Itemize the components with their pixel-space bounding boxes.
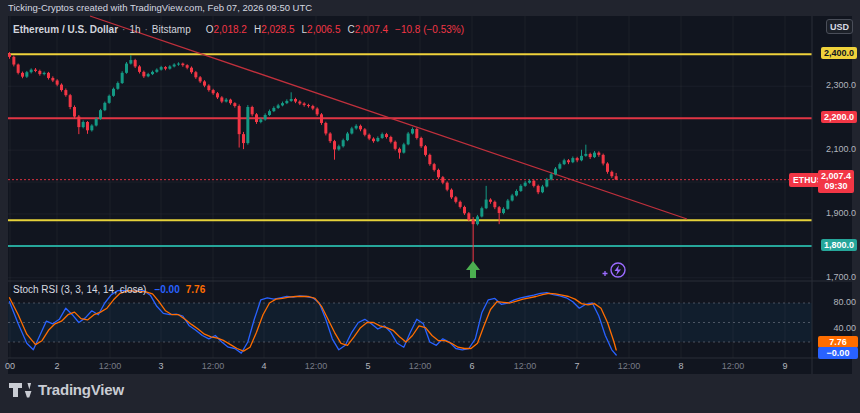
stoch-tick-label: 40.00 xyxy=(833,323,856,333)
candle-body xyxy=(103,103,106,110)
symbol-name[interactable]: Ethereum / U.S. Dollar xyxy=(13,24,118,35)
candle-body xyxy=(454,197,457,201)
candle-body xyxy=(95,119,98,126)
candle-body xyxy=(324,123,327,134)
candle-body xyxy=(47,73,50,78)
candle-body xyxy=(311,106,314,109)
candle-body xyxy=(428,155,431,164)
candle-body xyxy=(155,70,158,72)
candle-body xyxy=(272,108,275,111)
candle-body xyxy=(537,186,540,192)
candle-body xyxy=(277,105,280,108)
candle-body xyxy=(290,99,293,101)
price-level-label: 2,400.0 xyxy=(821,47,857,59)
indicator-title[interactable]: Stoch RSI xyxy=(13,284,58,295)
candle-body xyxy=(242,134,245,143)
candle-body xyxy=(511,195,514,200)
candle-body xyxy=(64,90,67,95)
time-tick-label: 7 xyxy=(557,361,597,371)
symbol-info-bar[interactable]: Ethereum / U.S. Dollar·1h·BitstampO2,018… xyxy=(13,23,464,36)
tradingview-logo[interactable]: TradingView xyxy=(9,381,124,398)
candle-body xyxy=(381,134,384,138)
candle-body xyxy=(298,102,301,104)
time-tick-label: 2 xyxy=(37,361,77,371)
candle-body xyxy=(73,107,76,117)
candle-body xyxy=(580,156,583,160)
candle-body xyxy=(606,164,609,172)
candle-body xyxy=(571,158,574,162)
candle-body xyxy=(60,85,63,90)
tradingview-logo-text: TradingView xyxy=(38,381,124,398)
candle-body xyxy=(212,90,215,93)
ohlc-letter: C xyxy=(347,24,354,35)
exchange-label[interactable]: Bitstamp xyxy=(152,24,191,35)
time-tick-label: 12:00 xyxy=(713,361,753,371)
candle-body xyxy=(545,179,548,186)
candle-body xyxy=(194,72,197,77)
candle-body xyxy=(476,217,479,225)
stoch-rsi-legend[interactable]: Stoch RSI (3, 3, 14, 14, close)−0.007.76 xyxy=(13,284,205,296)
candle-body xyxy=(402,144,405,152)
separator: · xyxy=(122,24,125,35)
candle-body xyxy=(446,183,449,190)
candle-body xyxy=(350,128,353,133)
tradingview-logo-icon xyxy=(9,382,32,398)
candle-body xyxy=(532,181,535,186)
candle-body xyxy=(472,220,475,224)
interval-label[interactable]: 1h xyxy=(129,24,140,35)
candle-body xyxy=(433,164,436,170)
candle-body xyxy=(493,202,496,207)
candle-body xyxy=(181,64,184,66)
candle-body xyxy=(121,73,124,83)
candle-body xyxy=(82,122,85,127)
last-price-value: 2,007.4 xyxy=(818,171,854,181)
ohlc-letter: O xyxy=(206,24,214,35)
time-tick-label: 12:00 xyxy=(400,361,440,371)
candle-body xyxy=(524,183,527,186)
ohlc-value: 2,018.2 xyxy=(214,24,247,35)
candle-body xyxy=(333,141,336,149)
candle-body xyxy=(437,170,440,177)
candle-body xyxy=(116,83,119,89)
candle-body xyxy=(459,202,462,207)
candle-body xyxy=(450,190,453,198)
candle-body xyxy=(584,154,587,156)
separator: · xyxy=(145,24,148,35)
candle-body xyxy=(168,66,171,68)
candle-body xyxy=(134,60,137,66)
candle-body xyxy=(129,60,132,64)
candle-body xyxy=(268,111,271,115)
candle-body xyxy=(177,64,180,65)
price-axis[interactable]: 2,300.02,100.01,900.01,700.02,400.02,200… xyxy=(812,16,860,374)
candle-body xyxy=(558,164,561,168)
candle-body xyxy=(519,186,522,191)
candle-body xyxy=(25,72,28,76)
candle-body xyxy=(190,68,193,72)
candle-body xyxy=(567,160,570,162)
candle-body xyxy=(216,93,219,97)
candle-body xyxy=(173,65,176,67)
candle-body xyxy=(337,146,340,149)
chart-canvas[interactable] xyxy=(0,0,860,413)
candle-body xyxy=(303,103,306,105)
stoch-k-axis-label: −0.00 xyxy=(818,347,858,359)
candle-body xyxy=(281,103,284,105)
ohlc-value: 2,006.5 xyxy=(307,24,340,35)
candle-body xyxy=(142,72,145,76)
candle-body xyxy=(316,109,319,115)
candle-body xyxy=(515,191,518,195)
candle-body xyxy=(441,177,444,182)
candle-body xyxy=(615,176,618,179)
time-axis[interactable]: 00212:00312:00412:00512:00612:00712:0081… xyxy=(8,358,812,374)
candle-body xyxy=(398,149,401,153)
candle-body xyxy=(99,110,102,119)
currency-toggle-button[interactable]: USD xyxy=(826,19,853,34)
candle-body xyxy=(346,133,349,140)
candle-body xyxy=(329,133,332,141)
candle-body xyxy=(342,140,345,146)
candle-body xyxy=(420,138,423,146)
candle-body xyxy=(112,89,115,96)
price-level-label: 1,800.0 xyxy=(821,239,857,251)
candle-body xyxy=(34,70,37,71)
bar-countdown: 09:30 xyxy=(818,181,854,191)
